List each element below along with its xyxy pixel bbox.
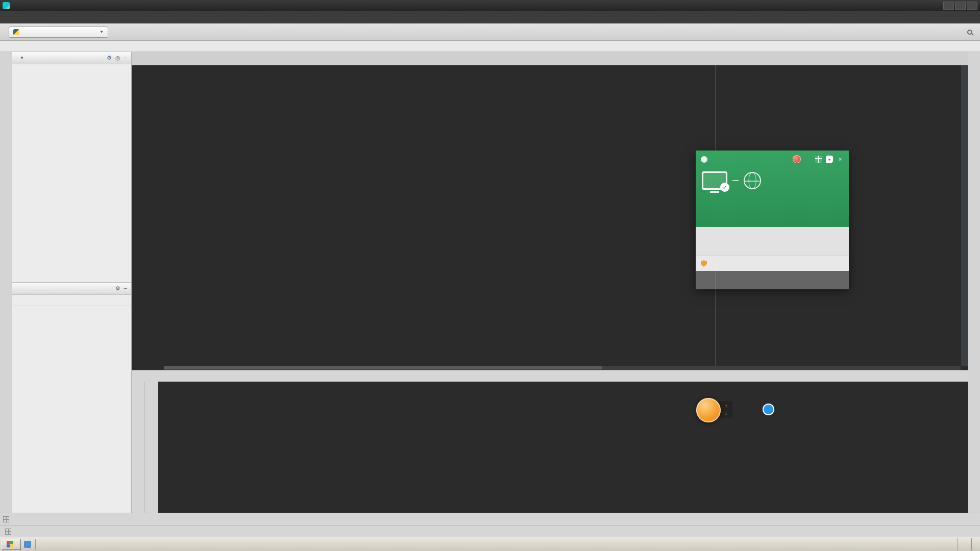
chevron-down-icon: ▼ bbox=[100, 30, 104, 34]
computer-icon: ✓ bbox=[702, 171, 727, 190]
windows-logo-icon bbox=[7, 541, 13, 547]
link-dashes bbox=[732, 180, 739, 181]
360-panel-tabs bbox=[696, 227, 849, 256]
favorites-panel: ⚙ − bbox=[12, 282, 131, 513]
panel-settings-icon[interactable]: ⚙ bbox=[107, 55, 112, 61]
scrollbar-thumb[interactable] bbox=[164, 366, 602, 369]
console-toolbar bbox=[145, 382, 158, 513]
360-bottom-buttons bbox=[696, 271, 849, 289]
left-panel-column: ▼ ⚙ ◎ − ⚙ − bbox=[12, 52, 132, 513]
panel-collapse-icon[interactable]: − bbox=[124, 285, 127, 292]
breadcrumb bbox=[0, 41, 980, 52]
left-toolwindow-stripe bbox=[0, 52, 12, 513]
menu-bar bbox=[0, 11, 980, 23]
taskbar-divider bbox=[35, 539, 36, 549]
add-button[interactable] bbox=[763, 404, 774, 415]
run-configuration-select[interactable]: ▼ bbox=[9, 27, 108, 38]
console-output[interactable] bbox=[158, 382, 968, 513]
editor-tab-bar bbox=[132, 52, 968, 65]
quick-launch-icon[interactable] bbox=[24, 541, 31, 548]
close-button[interactable] bbox=[967, 2, 977, 10]
360-ball-icon bbox=[701, 156, 707, 163]
window-titlebar[interactable] bbox=[0, 0, 980, 11]
run-toolbar-main bbox=[132, 382, 145, 513]
pycharm-app-icon bbox=[3, 2, 10, 9]
main-toolbar: ▼ bbox=[0, 23, 980, 41]
windows-taskbar bbox=[0, 537, 980, 551]
protect-row bbox=[696, 256, 849, 271]
screen: ▼ ▼ ⚙ ◎ − bbox=[0, 0, 980, 551]
minimize-button[interactable] bbox=[943, 2, 954, 10]
right-toolwindow-stripe bbox=[968, 52, 980, 513]
360-accelerator-panel: ● × ✓ bbox=[696, 151, 849, 289]
download-speed: ↓ bbox=[725, 410, 727, 416]
panel-locate-icon[interactable]: ◎ bbox=[115, 55, 120, 61]
globe-icon bbox=[744, 172, 761, 189]
search-everywhere-icon[interactable] bbox=[964, 26, 976, 38]
show-desktop-button[interactable] bbox=[971, 538, 975, 550]
close-icon[interactable]: × bbox=[837, 156, 844, 163]
shield-icon bbox=[701, 260, 707, 267]
maximize-button[interactable] bbox=[955, 2, 966, 10]
favorites-toolbar bbox=[12, 295, 131, 306]
system-tray bbox=[957, 538, 978, 550]
news-icon[interactable] bbox=[804, 156, 812, 163]
run-tool-window bbox=[132, 370, 968, 513]
feedback-icon[interactable]: ● bbox=[826, 156, 833, 163]
status-bar bbox=[0, 525, 980, 537]
mini-ball-icon[interactable] bbox=[793, 155, 801, 163]
python-icon bbox=[13, 29, 19, 35]
chevron-down-icon[interactable]: ▼ bbox=[20, 56, 24, 60]
360-panel-header: ● × ✓ bbox=[696, 151, 849, 227]
check-icon: ✓ bbox=[720, 183, 729, 192]
error-stripe[interactable] bbox=[961, 65, 968, 366]
start-button[interactable] bbox=[2, 539, 21, 550]
panel-settings-icon[interactable]: ⚙ bbox=[115, 285, 120, 292]
accelerator-ball[interactable] bbox=[696, 398, 721, 422]
panel-collapse-icon[interactable]: − bbox=[124, 55, 127, 61]
gift-icon[interactable] bbox=[815, 156, 822, 163]
run-tab-bar bbox=[132, 370, 968, 382]
taskbar-clock[interactable] bbox=[963, 541, 969, 547]
toolwindow-switcher-icon[interactable] bbox=[3, 516, 9, 522]
horizontal-scrollbar[interactable] bbox=[164, 366, 961, 370]
toolwindow-bar bbox=[0, 513, 980, 525]
status-bar-icon[interactable] bbox=[5, 529, 11, 535]
project-panel: ▼ ⚙ ◎ − bbox=[12, 52, 131, 282]
upload-speed: ↑ bbox=[725, 403, 727, 409]
